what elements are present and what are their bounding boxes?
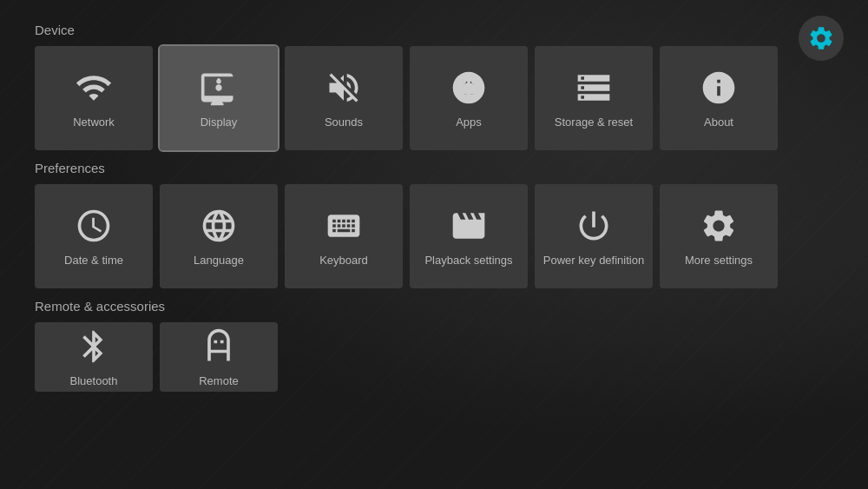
remote-icon [198, 326, 240, 367]
language-icon [198, 205, 240, 247]
display-label: Display [201, 116, 238, 129]
datetime-tile[interactable]: Date & time [35, 184, 153, 288]
datetime-label: Date & time [64, 254, 123, 268]
sounds-icon [323, 67, 365, 109]
remote-label: Remote [199, 374, 239, 388]
bluetooth-tile[interactable]: Bluetooth [35, 322, 153, 392]
keyboard-tile[interactable]: Keyboard [285, 184, 403, 288]
device-tiles-row: Network Display Sounds Apps [35, 46, 833, 150]
apps-label: Apps [456, 116, 482, 129]
moresettings-icon [698, 205, 740, 247]
about-tile[interactable]: About [660, 46, 778, 150]
remote-tiles-row: Bluetooth Remote [35, 322, 833, 392]
moresettings-tile[interactable]: More settings [660, 184, 778, 288]
sounds-label: Sounds [325, 116, 363, 129]
about-label: About [704, 116, 733, 129]
device-section-label: Device [35, 23, 833, 37]
powerkey-label: Power key definition [543, 254, 644, 268]
storage-icon [573, 67, 615, 109]
keyboard-label: Keyboard [319, 254, 368, 268]
network-tile[interactable]: Network [35, 46, 153, 150]
remote-section-label: Remote & accessories [35, 299, 833, 314]
powerkey-icon [573, 205, 615, 247]
settings-gear-button[interactable] [799, 16, 844, 61]
apps-icon [448, 67, 490, 109]
sounds-tile[interactable]: Sounds [285, 46, 403, 150]
storage-tile[interactable]: Storage & reset [535, 46, 653, 150]
apps-tile[interactable]: Apps [410, 46, 528, 150]
moresettings-label: More settings [685, 254, 753, 268]
gear-icon [807, 24, 835, 52]
language-tile[interactable]: Language [160, 184, 278, 288]
bluetooth-icon [73, 326, 115, 367]
about-icon [698, 67, 740, 109]
display-tile[interactable]: Display [160, 46, 278, 150]
remote-tile[interactable]: Remote [160, 322, 278, 392]
playback-tile[interactable]: Playback settings [410, 184, 528, 288]
playback-icon [448, 205, 490, 247]
language-label: Language [194, 254, 244, 268]
settings-content: Device Network Display Sounds [0, 0, 868, 418]
preferences-tiles-row: Date & time Language Keyboard Playback s… [35, 184, 833, 288]
display-icon [198, 67, 240, 109]
network-icon [73, 67, 115, 109]
preferences-section-label: Preferences [35, 161, 833, 175]
playback-label: Playback settings [424, 254, 512, 268]
powerkey-tile[interactable]: Power key definition [535, 184, 653, 288]
datetime-icon [73, 205, 115, 247]
keyboard-icon [323, 205, 365, 247]
bluetooth-label: Bluetooth [70, 374, 118, 388]
network-label: Network [73, 116, 115, 129]
storage-label: Storage & reset [555, 116, 633, 129]
svg-point-0 [216, 79, 221, 84]
